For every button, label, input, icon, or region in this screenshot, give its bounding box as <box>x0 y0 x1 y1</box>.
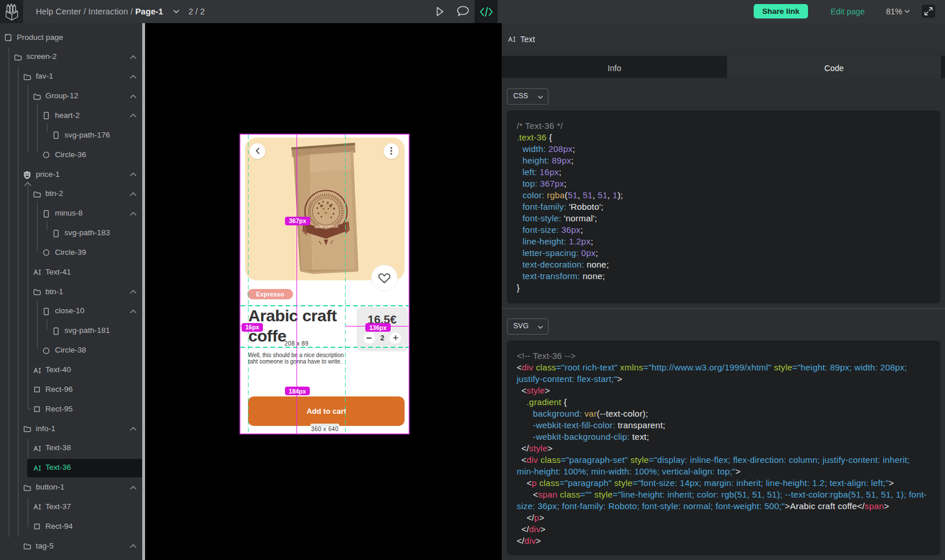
svg-text:NABI NAHUA: NABI NAHUA <box>314 224 339 229</box>
